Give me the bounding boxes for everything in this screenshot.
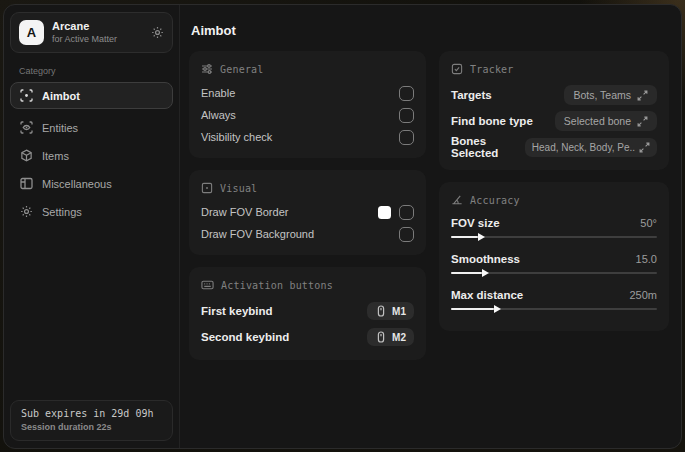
crosshair-scan-icon [20, 89, 33, 102]
setting-row-always: Always [201, 104, 414, 126]
bones-selected-select[interactable]: Head, Neck, Body, Pe.. [525, 138, 657, 157]
angle-icon [451, 194, 463, 206]
slider-fill [451, 236, 478, 238]
brand-card: A Arcane for Active Matter [10, 12, 173, 53]
gear-icon[interactable] [151, 26, 164, 39]
expand-icon [637, 90, 648, 101]
max-distance-slider[interactable] [451, 305, 657, 314]
category-nav: Aimbot Entities [10, 82, 173, 225]
sidebar-item-entities[interactable]: Entities [10, 114, 173, 141]
second-keybind-button[interactable]: M2 [367, 328, 414, 346]
sidebar-item-label: Aimbot [42, 90, 80, 102]
first-keybind-button[interactable]: M1 [367, 302, 414, 320]
sidebar-item-label: Items [42, 150, 69, 162]
smoothness-value: 15.0 [636, 253, 657, 265]
sidebar-item-settings[interactable]: Settings [10, 198, 173, 225]
mouse-icon [375, 331, 387, 343]
panel-icon [20, 177, 33, 190]
category-label: Category [19, 66, 173, 76]
find-bone-type-select[interactable]: Selected bone [555, 111, 657, 131]
sidebar-item-label: Settings [42, 206, 82, 218]
setting-row-max-distance: Max distance 250m [451, 285, 657, 314]
page-title: Aimbot [191, 23, 669, 38]
fov-size-value: 50° [640, 217, 657, 229]
targets-select[interactable]: Bots, Teams [564, 85, 657, 105]
activation-buttons-card: Activation buttons First keybind M1 [189, 267, 426, 360]
setting-row-visibility-check: Visibility check [201, 126, 414, 148]
smoothness-slider[interactable] [451, 269, 657, 278]
frame-icon [201, 182, 213, 194]
section-title: Accuracy [470, 195, 520, 206]
sidebar: A Arcane for Active Matter Category [4, 5, 180, 448]
section-title: General [220, 64, 264, 75]
accuracy-card: Accuracy FOV size 50° [439, 182, 669, 331]
setting-row-bones-selected: Bones Selected Head, Neck, Body, Pe.. [451, 134, 657, 160]
cube-icon [20, 149, 33, 162]
visibility-check-checkbox[interactable] [399, 130, 414, 145]
keyboard-icon [201, 279, 214, 291]
setting-row-draw-fov-background: Draw FOV Background [201, 223, 414, 245]
setting-row-fov-size: FOV size 50° [451, 213, 657, 242]
slider-fill [451, 272, 482, 274]
section-title: Visual [220, 183, 257, 194]
tracker-card: Tracker Targets Bots, Teams [439, 51, 669, 170]
subscription-card: Sub expires in 29d 09h Session duration … [10, 400, 173, 441]
fov-size-slider[interactable] [451, 233, 657, 242]
session-duration-text: Session duration 22s [21, 422, 162, 432]
mouse-icon [375, 305, 387, 317]
brand-logo: A [19, 20, 44, 45]
setting-row-find-bone-type: Find bone type Selected bone [451, 108, 657, 134]
main-content: Aimbot General Enable [180, 5, 681, 448]
brand-subtitle: for Active Matter [52, 34, 117, 45]
brand-name: Arcane [52, 20, 117, 34]
expand-icon [637, 116, 648, 127]
general-card: General Enable Always Visibility check [189, 51, 426, 158]
setting-row-enable: Enable [201, 82, 414, 104]
setting-row-targets: Targets Bots, Teams [451, 82, 657, 108]
scan-eye-icon [20, 121, 33, 134]
setting-row-draw-fov-border: Draw FOV Border [201, 201, 414, 223]
checkbox-check-icon [451, 63, 463, 75]
expand-icon [639, 142, 650, 153]
app-window: A Arcane for Active Matter Category [3, 4, 682, 449]
setting-row-smoothness: Smoothness 15.0 [451, 249, 657, 278]
sidebar-item-aimbot[interactable]: Aimbot [10, 82, 173, 109]
sidebar-item-miscellaneous[interactable]: Miscellaneous [10, 170, 173, 197]
sidebar-item-items[interactable]: Items [10, 142, 173, 169]
enable-checkbox[interactable] [399, 86, 414, 101]
always-checkbox[interactable] [399, 108, 414, 123]
sub-expires-text: Sub expires in 29d 09h [21, 408, 162, 419]
visual-card: Visual Draw FOV Border Draw FOV Backgrou… [189, 170, 426, 255]
sidebar-item-label: Entities [42, 122, 78, 134]
draw-fov-border-checkbox[interactable] [399, 205, 414, 220]
max-distance-value: 250m [629, 289, 657, 301]
section-title: Tracker [470, 64, 514, 75]
slider-fill [451, 308, 494, 310]
fov-border-color-swatch[interactable] [378, 206, 391, 219]
setting-row-second-keybind: Second keybind M2 [201, 324, 414, 350]
section-title: Activation buttons [221, 280, 333, 291]
sliders-icon [201, 63, 213, 75]
gear-icon [20, 205, 33, 218]
sidebar-item-label: Miscellaneous [42, 178, 112, 190]
setting-row-first-keybind: First keybind M1 [201, 298, 414, 324]
draw-fov-background-checkbox[interactable] [399, 227, 414, 242]
